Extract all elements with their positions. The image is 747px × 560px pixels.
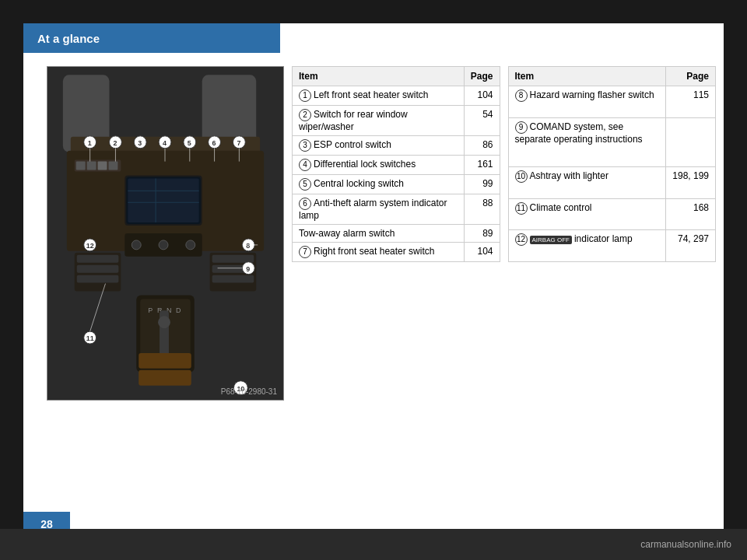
svg-text:9: 9 xyxy=(246,265,250,273)
table-row: 9COMAND system, see separate operating i… xyxy=(508,117,716,166)
item-number: 1 xyxy=(299,89,311,102)
item-number: 9 xyxy=(515,121,528,134)
svg-rect-15 xyxy=(108,162,117,170)
watermark-text: carmanualsonline.info xyxy=(640,539,731,550)
item-number: 3 xyxy=(299,139,311,152)
item-number: 5 xyxy=(299,178,311,191)
table-row: 5Central locking switch99 xyxy=(293,175,500,194)
table-cell-page: 54 xyxy=(464,106,500,136)
table-cell-page xyxy=(666,117,716,166)
svg-rect-25 xyxy=(212,275,254,283)
item-number: 8 xyxy=(515,89,528,102)
table-cell-item: 4Differential lock switches xyxy=(293,156,465,175)
left-table: Item Page 1Left front seat heater switch… xyxy=(292,66,500,262)
table-cell-item: 7Right front seat heater switch xyxy=(293,243,465,262)
item-number: 7 xyxy=(299,246,311,258)
table-cell-item: 10Ashtray with lighter xyxy=(508,167,666,199)
left-table-page-header: Page xyxy=(464,67,500,86)
svg-text:7: 7 xyxy=(237,139,240,147)
right-table: Item Page 8Hazard warning flasher switch… xyxy=(508,66,717,262)
svg-rect-13 xyxy=(87,162,96,170)
table-cell-page: 89 xyxy=(464,225,500,243)
table-cell-page: 115 xyxy=(666,86,716,118)
table-row: Tow-away alarm switch89 xyxy=(293,225,500,243)
right-table-page-header: Page xyxy=(666,67,716,86)
svg-point-29 xyxy=(186,240,195,250)
svg-rect-21 xyxy=(77,275,119,283)
dashboard-image: P R N D 1 2 3 4 5 xyxy=(47,67,283,400)
table-row: 6Anti-theft alarm system indicator lamp8… xyxy=(293,194,500,225)
page-title: At a glance xyxy=(37,32,100,45)
table-cell-page: 99 xyxy=(464,175,500,194)
svg-text:12: 12 xyxy=(86,242,94,250)
svg-text:1: 1 xyxy=(88,139,92,147)
table-row: 2Switch for rear window wiper/washer54 xyxy=(293,106,500,136)
svg-rect-20 xyxy=(77,265,119,273)
svg-rect-39 xyxy=(139,370,191,386)
table-cell-item: Tow-away alarm switch xyxy=(293,225,465,243)
table-cell-page: 168 xyxy=(666,198,716,230)
header-bar: At a glance xyxy=(23,23,280,53)
table-cell-item: 2Switch for rear window wiper/washer xyxy=(293,106,465,136)
svg-text:P: P xyxy=(148,306,153,314)
svg-rect-38 xyxy=(139,353,191,369)
right-table-item-header: Item xyxy=(508,67,666,86)
page-content: At a glance xyxy=(23,23,724,537)
table-cell-item: 1Left front seat heater switch xyxy=(293,86,465,106)
table-row: 10Ashtray with lighter198, 199 xyxy=(508,167,716,199)
table-cell-item: 3ESP control switch xyxy=(293,136,465,156)
table-row: 4Differential lock switches161 xyxy=(293,156,500,175)
image-caption: P68-10-2980-31 xyxy=(221,387,277,396)
left-table-item-header: Item xyxy=(293,67,465,86)
table-row: 3ESP control switch86 xyxy=(293,136,500,156)
item-number: 4 xyxy=(299,159,311,171)
table-cell-page: 74, 297 xyxy=(666,230,716,262)
item-number: 10 xyxy=(515,170,528,183)
svg-point-27 xyxy=(132,240,141,250)
svg-text:D: D xyxy=(176,306,181,314)
table-cell-page: 161 xyxy=(464,156,500,175)
svg-text:3: 3 xyxy=(138,139,142,147)
table-cell-item: 9COMAND system, see separate operating i… xyxy=(508,117,666,166)
table-row: 1Left front seat heater switch104 xyxy=(293,86,500,106)
svg-text:4: 4 xyxy=(163,139,167,147)
svg-rect-7 xyxy=(128,178,198,222)
table-cell-item: 11Climate control xyxy=(508,198,666,230)
svg-rect-12 xyxy=(76,162,86,170)
svg-rect-19 xyxy=(77,255,119,263)
table-cell-page: 104 xyxy=(464,86,500,106)
svg-text:11: 11 xyxy=(86,334,94,342)
watermark: carmanualsonline.info xyxy=(0,529,747,560)
tables-container: Item Page 1Left front seat heater switch… xyxy=(292,66,716,262)
table-cell-item: 5Central locking switch xyxy=(293,175,465,194)
table-row: 12AIRBAG OFFindicator lamp74, 297 xyxy=(508,230,716,262)
car-image-container: P R N D 1 2 3 4 5 xyxy=(47,66,284,401)
svg-point-28 xyxy=(159,240,168,250)
table-cell-item: 12AIRBAG OFFindicator lamp xyxy=(508,230,666,262)
item-number: 12 xyxy=(515,233,528,246)
table-cell-page: 198, 199 xyxy=(666,167,716,199)
item-number: 2 xyxy=(299,109,311,121)
svg-point-37 xyxy=(158,316,170,328)
svg-text:5: 5 xyxy=(188,139,191,147)
table-row: 7Right front seat heater switch104 xyxy=(293,243,500,262)
table-row: 8Hazard warning flasher switch115 xyxy=(508,86,716,118)
item-number: 6 xyxy=(299,198,311,210)
table-cell-item: 8Hazard warning flasher switch xyxy=(508,86,666,118)
table-cell-page: 86 xyxy=(464,136,500,156)
item-number: 11 xyxy=(515,202,528,215)
svg-text:2: 2 xyxy=(113,139,117,147)
svg-text:8: 8 xyxy=(246,242,250,250)
table-cell-item: 6Anti-theft alarm system indicator lamp xyxy=(293,194,465,225)
svg-text:6: 6 xyxy=(212,139,216,147)
airbag-badge: AIRBAG OFF xyxy=(530,236,572,244)
table-row: 11Climate control168 xyxy=(508,198,716,230)
table-cell-page: 88 xyxy=(464,194,500,225)
table-cell-page: 104 xyxy=(464,243,500,262)
svg-rect-23 xyxy=(212,255,254,263)
svg-rect-14 xyxy=(98,162,107,170)
